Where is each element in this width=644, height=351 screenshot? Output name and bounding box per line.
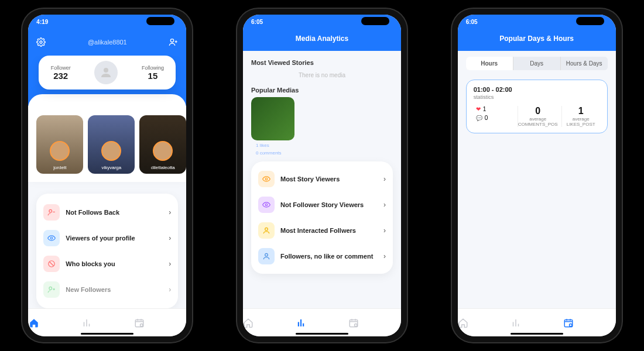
- menu-label: Most Story Viewers: [280, 176, 378, 183]
- reaction-counts: ❤1 💬0: [474, 106, 514, 127]
- tab-calendar[interactable]: [563, 318, 615, 328]
- bottom-nav: [28, 308, 186, 336]
- header: Popular Days & Hours: [458, 29, 616, 51]
- menu-label: New Followers: [66, 286, 163, 293]
- svg-point-16: [570, 324, 573, 326]
- tab-home[interactable]: [458, 318, 510, 328]
- add-user-icon[interactable]: [169, 37, 178, 47]
- svg-point-1: [171, 39, 174, 42]
- follower-stat[interactable]: Follower 232: [51, 65, 71, 81]
- menu-label: Not Follows Back: [66, 209, 163, 216]
- metric-comments: 0 average COMMENTS_POS: [518, 106, 558, 127]
- comments-avg-label: average: [518, 116, 558, 122]
- username-label: @alikale8801: [88, 39, 127, 46]
- menu-item-most-interacted[interactable]: Most Interacted Follwers ›: [258, 218, 386, 243]
- camera-cutout: [146, 17, 174, 25]
- user-icon: [258, 222, 275, 239]
- story-name: vikyvarga: [88, 165, 135, 170]
- eye-icon: [258, 171, 275, 187]
- tab-calendar[interactable]: [348, 318, 400, 328]
- empty-state-text: There is no media: [251, 68, 393, 84]
- svg-point-10: [265, 204, 268, 206]
- media-comments: 0 comments: [251, 150, 393, 156]
- likes-avg-label: average: [562, 116, 600, 122]
- gear-icon[interactable]: [36, 37, 46, 47]
- svg-point-12: [265, 253, 268, 256]
- segment-days[interactable]: Days: [513, 57, 560, 70]
- segment-hours[interactable]: Hours: [466, 57, 513, 70]
- user-icon: [258, 248, 275, 264]
- chevron-right-icon: ›: [169, 234, 171, 242]
- comment-icon: 💬: [476, 115, 482, 121]
- home-indicator: [81, 333, 133, 335]
- menu-label: Not Follower Story Viewers: [280, 201, 378, 208]
- follower-value: 232: [51, 71, 71, 81]
- following-stat[interactable]: Following 15: [142, 65, 164, 81]
- phone-2: 6:05 Media Analytics Most Viewed Stories…: [237, 9, 407, 342]
- tab-calendar[interactable]: [134, 318, 186, 328]
- menu-item-most-story-viewers[interactable]: Most Story Viewers ›: [258, 166, 386, 192]
- clock: 6:05: [466, 19, 478, 25]
- eye-icon: [258, 197, 275, 213]
- comments-label: COMMENTS_POS: [518, 122, 558, 127]
- stories-panel: jordett vikyvarga dilettaleotta: [28, 94, 186, 182]
- stats-card[interactable]: 01:00 - 02:00 statistics ❤1 💬0 0 average…: [466, 80, 608, 133]
- tab-home[interactable]: [29, 318, 81, 328]
- screen-popular-hours: 6:05 Popular Days & Hours Hours Days Hou…: [458, 15, 616, 336]
- segmented-control: Hours Days Hours & Days: [466, 57, 608, 70]
- block-icon: [43, 256, 60, 272]
- svg-point-0: [40, 41, 42, 43]
- story-card[interactable]: dilettaleotta: [139, 115, 186, 174]
- svg-point-9: [265, 178, 268, 180]
- segment-hours-days[interactable]: Hours & Days: [560, 57, 608, 70]
- menu-label: Who blocks you: [66, 260, 163, 267]
- story-avatar-ring: [101, 141, 121, 161]
- stories-row[interactable]: jordett vikyvarga dilettaleotta: [36, 115, 178, 174]
- chevron-right-icon: ›: [383, 226, 386, 235]
- camera-cutout: [576, 17, 604, 25]
- analytics-menu: Most Story Viewers › Not Follower Story …: [251, 161, 393, 274]
- metrics-row: ❤1 💬0 0 average COMMENTS_POS 1 average L…: [474, 106, 600, 127]
- follower-label: Follower: [51, 65, 71, 71]
- heart-icon: ❤: [476, 106, 481, 112]
- menu-item-new-followers[interactable]: New Followers ›: [43, 277, 171, 302]
- menu-item-not-follows-back[interactable]: Not Follows Back ›: [43, 199, 171, 225]
- media-thumbnail[interactable]: [251, 97, 294, 140]
- chevron-right-icon: ›: [383, 175, 386, 183]
- section-most-viewed: Most Viewed Stories: [251, 59, 393, 66]
- story-card[interactable]: jordett: [36, 115, 83, 174]
- tab-stats[interactable]: [81, 318, 133, 328]
- menu-item-not-follower-story-viewers[interactable]: Not Follower Story Viewers ›: [258, 192, 386, 218]
- menu-item-no-like-comment[interactable]: Followers, no like or comment ›: [258, 243, 386, 269]
- stats-card[interactable]: Follower 232 Following 15: [39, 56, 176, 90]
- story-card[interactable]: vikyvarga: [88, 115, 135, 174]
- menu-item-viewers[interactable]: Viewers of your profile ›: [43, 225, 171, 251]
- clock: 4:19: [36, 19, 48, 25]
- chevron-right-icon: ›: [383, 252, 386, 260]
- chevron-right-icon: ›: [383, 201, 386, 209]
- user-minus-icon: [43, 204, 60, 221]
- menu-list: Not Follows Back › Viewers of your profi…: [36, 194, 178, 308]
- menu-label: Followers, no like or comment: [280, 253, 378, 260]
- story-name: dilettaleotta: [139, 165, 186, 170]
- tab-stats[interactable]: [296, 318, 348, 328]
- header: @alikale8801: [28, 29, 186, 56]
- likes-label: LIKES_POST: [562, 122, 600, 127]
- phone-3: 6:05 Popular Days & Hours Hours Days Hou…: [452, 9, 622, 342]
- media-body: Most Viewed Stories There is no media Po…: [243, 51, 401, 308]
- media-likes: 1 likes: [251, 143, 393, 148]
- menu-item-blocks[interactable]: Who blocks you ›: [43, 251, 171, 277]
- avatar[interactable]: [94, 61, 118, 84]
- svg-point-4: [51, 237, 53, 239]
- bottom-nav: [243, 308, 401, 336]
- bottom-nav: [458, 308, 616, 336]
- card-subtitle: statistics: [474, 94, 600, 100]
- page-title: Media Analytics: [243, 29, 401, 51]
- tab-home[interactable]: [243, 318, 295, 328]
- svg-point-6: [49, 287, 52, 290]
- tab-stats[interactable]: [511, 318, 563, 328]
- camera-cutout: [361, 17, 389, 25]
- spacer: [458, 137, 616, 308]
- story-avatar-ring: [153, 141, 173, 161]
- screen-media-analytics: 6:05 Media Analytics Most Viewed Stories…: [243, 15, 401, 336]
